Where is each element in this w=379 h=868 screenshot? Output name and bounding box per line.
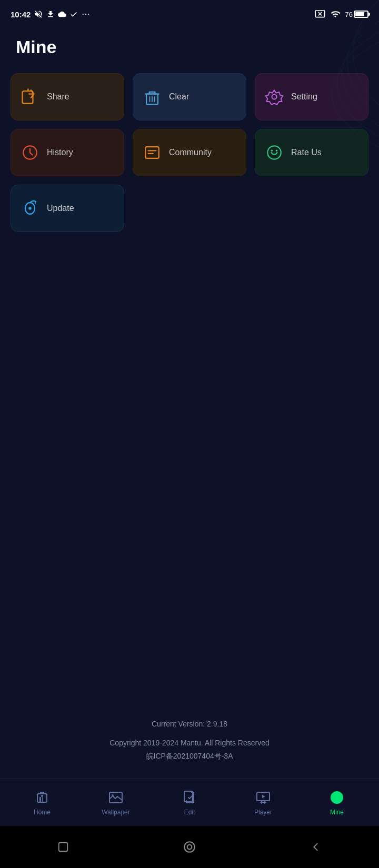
nav-home[interactable]: Home xyxy=(5,790,79,816)
nav-player[interactable]: Player xyxy=(226,790,300,816)
sys-square-btn[interactable] xyxy=(55,839,71,855)
copyright-text: Copyright 2019-2024 Mantu. All Rights Re… xyxy=(0,736,379,750)
svg-point-9 xyxy=(267,146,281,159)
more-icon xyxy=(81,9,91,19)
edit-nav-icon xyxy=(182,790,197,805)
cloud-icon xyxy=(58,10,66,18)
page-title: Mine xyxy=(0,26,379,73)
battery-icon xyxy=(354,11,368,18)
status-bar: 10:42 76 xyxy=(0,0,379,26)
update-card[interactable]: Update xyxy=(11,185,124,232)
nav-mine[interactable]: Mine xyxy=(300,790,374,816)
menu-grid: Share Clear Setting History Commun xyxy=(0,73,379,176)
svg-rect-22 xyxy=(59,843,68,852)
rateus-icon xyxy=(264,142,285,163)
bottom-nav: Home Wallpaper Edit Player xyxy=(0,779,379,826)
mute-icon xyxy=(34,9,43,19)
back-icon xyxy=(310,841,322,853)
mine-nav-label: Mine xyxy=(330,809,344,816)
edit-nav-label: Edit xyxy=(184,809,195,816)
sys-circle-btn[interactable] xyxy=(182,839,197,855)
player-nav-label: Player xyxy=(254,809,272,816)
status-time: 10:42 xyxy=(11,9,91,19)
community-label: Community xyxy=(169,148,212,157)
time-display: 10:42 xyxy=(11,10,31,19)
history-label: History xyxy=(47,148,73,157)
svg-rect-8 xyxy=(145,147,158,158)
svg-point-21 xyxy=(331,791,343,804)
community-card[interactable]: Community xyxy=(133,129,246,176)
svg-point-18 xyxy=(112,794,114,796)
history-icon xyxy=(19,142,41,163)
update-row: Update xyxy=(0,176,379,232)
nav-edit[interactable]: Edit xyxy=(153,790,226,816)
signal-x-icon xyxy=(315,10,325,18)
svg-point-1 xyxy=(85,14,86,15)
sys-nav-bar xyxy=(0,826,379,868)
svg-point-13 xyxy=(28,207,31,209)
icp-text: 皖ICP备2021007404号-3A xyxy=(0,750,379,763)
history-card[interactable]: History xyxy=(11,129,124,176)
svg-point-0 xyxy=(83,14,84,15)
svg-point-23 xyxy=(184,842,195,852)
square-icon xyxy=(57,841,69,853)
sys-back-btn[interactable] xyxy=(308,839,324,855)
update-icon xyxy=(19,198,41,219)
wallpaper-nav-label: Wallpaper xyxy=(102,809,130,816)
share-label: Share xyxy=(47,92,69,102)
svg-point-24 xyxy=(187,845,192,850)
svg-point-10 xyxy=(271,150,273,152)
setting-icon xyxy=(264,86,285,107)
check-icon xyxy=(69,10,78,18)
clear-label: Clear xyxy=(169,92,189,102)
rateus-label: Rate Us xyxy=(291,148,322,157)
rateus-card[interactable]: Rate Us xyxy=(255,129,368,176)
setting-label: Setting xyxy=(291,92,317,102)
clear-card[interactable]: Clear xyxy=(133,73,246,120)
mine-nav-icon xyxy=(329,790,345,805)
wifi-icon xyxy=(330,9,341,19)
setting-card[interactable]: Setting xyxy=(255,73,368,120)
svg-rect-15 xyxy=(40,792,44,794)
version-text: Current Version: 2.9.18 xyxy=(0,718,379,731)
nav-wallpaper[interactable]: Wallpaper xyxy=(79,790,153,816)
version-info: Current Version: 2.9.18 Copyright 2019-2… xyxy=(0,718,379,763)
home-nav-icon xyxy=(34,790,50,805)
battery-indicator: 76 xyxy=(345,11,368,18)
community-icon xyxy=(142,142,163,163)
svg-point-6 xyxy=(272,94,276,99)
wallpaper-nav-icon xyxy=(108,790,124,805)
svg-point-2 xyxy=(88,14,89,15)
battery-percent: 76 xyxy=(345,11,353,18)
update-label: Update xyxy=(47,204,74,213)
status-right: 76 xyxy=(315,9,368,19)
home-nav-label: Home xyxy=(34,809,51,816)
player-nav-icon xyxy=(255,790,271,805)
circle-icon xyxy=(183,840,196,854)
share-card[interactable]: Share xyxy=(11,73,124,120)
svg-point-16 xyxy=(41,795,43,797)
download-icon xyxy=(46,10,55,18)
clear-icon xyxy=(142,86,163,107)
svg-point-11 xyxy=(276,150,278,152)
share-icon xyxy=(19,86,41,107)
